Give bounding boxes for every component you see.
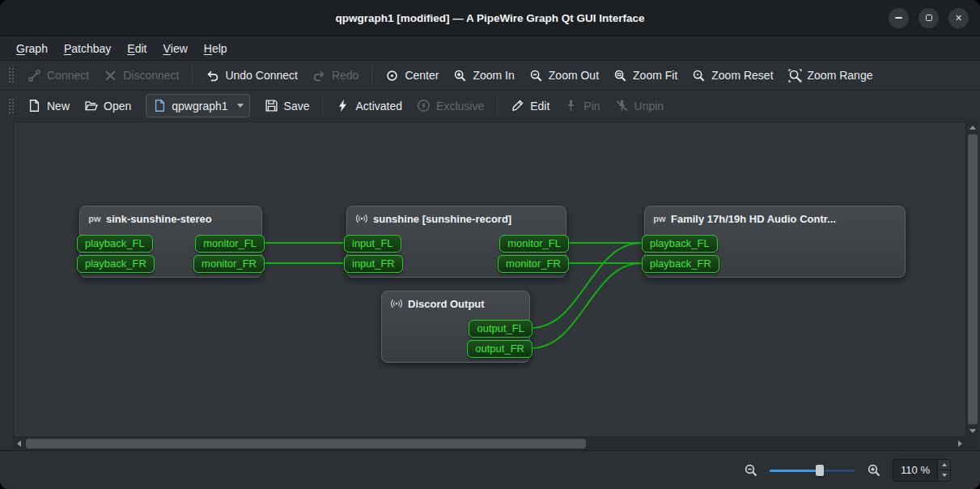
qpwgraph-window: qpwgraph1 [modified] — A PipeWire Graph … xyxy=(0,0,980,489)
maximize-icon xyxy=(926,15,932,21)
minimize-icon xyxy=(895,17,902,19)
menubar: GraphPatchbayEditViewHelp xyxy=(0,36,980,60)
port-output_FR[interactable]: output_FR xyxy=(467,340,532,358)
window-controls: × xyxy=(889,0,969,36)
titlebar[interactable]: qpwgraph1 [modified] — A PipeWire Graph … xyxy=(0,0,980,36)
toolbar-grip[interactable] xyxy=(7,66,14,84)
node-title: sink-sunshine-stereo xyxy=(106,213,212,225)
scroll-down-arrow[interactable] xyxy=(969,429,976,433)
edit-icon xyxy=(511,99,524,113)
port-playback_FR[interactable]: playback_FR xyxy=(642,255,719,273)
menu-graph[interactable]: Graph xyxy=(8,36,56,60)
redo-button[interactable]: Redo xyxy=(305,64,366,87)
zoom-out-icon[interactable] xyxy=(744,463,758,478)
up-arrow-icon xyxy=(942,463,947,466)
zoom-in-icon[interactable] xyxy=(867,463,881,478)
node-header: Discord Output xyxy=(382,291,529,313)
close-icon: × xyxy=(955,12,961,23)
exclusive-icon xyxy=(417,99,431,113)
zoom-reset-button[interactable]: Zoom Reset xyxy=(685,64,780,87)
save-button[interactable]: Save xyxy=(257,94,317,117)
port-monitor_FR[interactable]: monitor_FR xyxy=(193,255,265,273)
statusbar: 110 % xyxy=(0,450,980,489)
save-icon xyxy=(265,99,278,113)
zoom-fit-icon xyxy=(613,69,627,83)
activated-button[interactable]: Activated xyxy=(329,94,409,117)
port-monitor_FL[interactable]: monitor_FL xyxy=(499,235,569,253)
patchbay-toolbar: NewOpenqpwgraph1SaveActivatedExclusiveEd… xyxy=(0,90,980,121)
pin-button[interactable]: Pin xyxy=(557,94,607,117)
minimize-button[interactable] xyxy=(889,8,909,28)
zoom-slider-handle[interactable] xyxy=(816,465,824,476)
zoom-out-button[interactable]: Zoom Out xyxy=(522,64,606,87)
port-monitor_FR[interactable]: monitor_FR xyxy=(498,255,569,273)
port-monitor_FL[interactable]: monitor_FL xyxy=(195,235,265,253)
port-playback_FL[interactable]: playback_FL xyxy=(77,235,153,253)
scroll-left-arrow[interactable] xyxy=(17,440,21,447)
scrollbar-corner xyxy=(966,437,979,450)
disconnect-icon xyxy=(104,69,117,83)
port-playback_FL[interactable]: playback_FL xyxy=(642,235,718,253)
redo-icon xyxy=(312,69,326,83)
close-button[interactable]: × xyxy=(948,8,969,28)
menu-view[interactable]: View xyxy=(155,36,195,60)
menu-patchbay[interactable]: Patchbay xyxy=(56,36,119,60)
maximize-button[interactable] xyxy=(918,8,939,28)
zoom-spinbox[interactable]: 110 % xyxy=(893,459,951,482)
down-arrow-icon xyxy=(942,474,947,477)
dropdown-arrow-icon xyxy=(237,104,244,108)
new-button[interactable]: New xyxy=(20,94,77,117)
toolbar-separator xyxy=(322,96,323,115)
toolbar-separator xyxy=(192,66,193,84)
undo-connect-button[interactable]: Undo Connect xyxy=(198,64,305,87)
patchbay-file-icon xyxy=(153,99,167,113)
zoom-out-icon xyxy=(529,69,543,83)
node-family-hd-audio[interactable]: pwFamily 17h/19h HD Audio Contr...playba… xyxy=(644,206,906,278)
zoom-increase-button[interactable] xyxy=(938,460,950,470)
vertical-scrollbar[interactable] xyxy=(966,121,979,437)
window-title: qpwgraph1 [modified] — A PipeWire Graph … xyxy=(335,12,644,24)
exclusive-button[interactable]: Exclusive xyxy=(409,94,491,117)
zoom-value[interactable]: 110 % xyxy=(893,460,937,481)
node-sunshine[interactable]: sunshine [sunshine-record]input_FLinput_… xyxy=(346,206,566,278)
unpin-icon xyxy=(615,99,629,113)
disconnect-button[interactable]: Disconnect xyxy=(96,64,186,87)
zoom-slider[interactable] xyxy=(770,464,855,477)
node-sink-sunshine-stereo[interactable]: pwsink-sunshine-stereoplayback_FLplaybac… xyxy=(79,206,262,278)
stream-icon xyxy=(390,297,403,310)
center-button[interactable]: Center xyxy=(378,64,446,87)
menu-edit[interactable]: Edit xyxy=(119,36,155,60)
pin-icon xyxy=(564,99,578,113)
new-icon xyxy=(28,99,41,113)
zoom-decrease-button[interactable] xyxy=(938,470,950,481)
horizontal-scrollbar-thumb[interactable] xyxy=(26,439,586,449)
node-discord-output[interactable]: Discord Outputoutput_FLoutput_FR xyxy=(381,291,530,363)
zoom-range-button[interactable]: Zoom Range xyxy=(781,64,880,87)
toolbar-grip[interactable] xyxy=(7,97,14,115)
patchbay-name: qpwgraph1 xyxy=(172,100,227,113)
pipewire-icon: pw xyxy=(653,212,666,225)
graph-canvas[interactable]: pwsink-sunshine-stereoplayback_FLplaybac… xyxy=(13,121,966,437)
open-button[interactable]: Open xyxy=(77,94,138,117)
connect-button[interactable]: Connect xyxy=(20,64,96,87)
edit-button[interactable]: Edit xyxy=(503,94,557,117)
port-input_FL[interactable]: input_FL xyxy=(344,235,401,253)
unpin-button[interactable]: Unpin xyxy=(608,94,672,117)
port-output_FL[interactable]: output_FL xyxy=(469,320,532,338)
stream-icon xyxy=(355,212,368,225)
scroll-up-arrow[interactable] xyxy=(969,125,976,130)
horizontal-scrollbar[interactable] xyxy=(13,437,966,450)
port-input_FR[interactable]: input_FR xyxy=(344,255,403,273)
zoom-in-button[interactable]: Zoom In xyxy=(446,64,521,87)
zoom-fit-button[interactable]: Zoom Fit xyxy=(606,64,685,87)
patchbay-select[interactable]: qpwgraph1 xyxy=(146,94,249,117)
menu-help[interactable]: Help xyxy=(196,36,235,60)
port-playback_FR[interactable]: playback_FR xyxy=(77,255,155,273)
zoom-slider-fill xyxy=(770,470,819,472)
node-header: pwsink-sunshine-stereo xyxy=(80,206,261,228)
vertical-scrollbar-thumb[interactable] xyxy=(968,134,978,424)
zoom-in-icon xyxy=(453,69,467,83)
node-title: Family 17h/19h HD Audio Contr... xyxy=(671,213,836,225)
node-header: pwFamily 17h/19h HD Audio Contr... xyxy=(645,206,905,228)
scroll-right-arrow[interactable] xyxy=(958,440,962,447)
